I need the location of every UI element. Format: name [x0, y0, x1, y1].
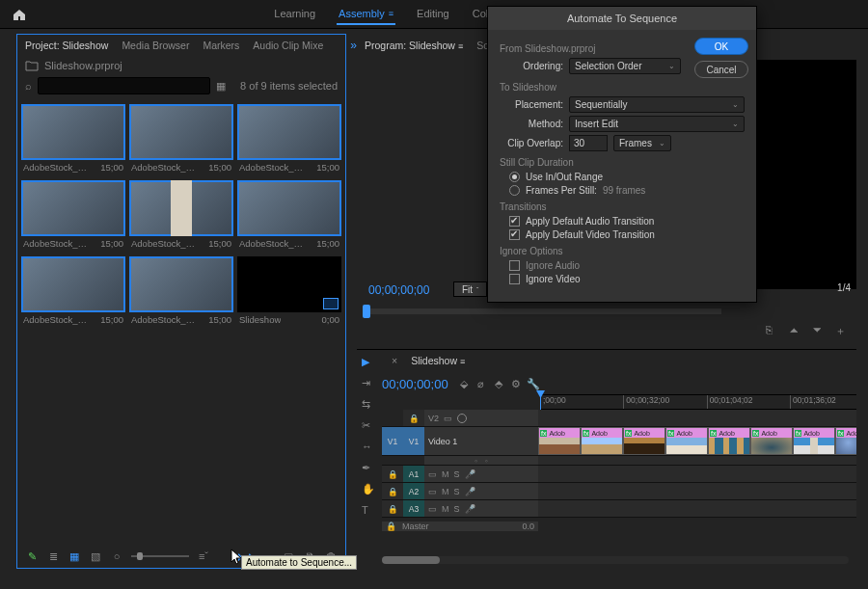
timeline-timecode[interactable]: 00;00;00;00: [382, 377, 448, 391]
project-item[interactable]: AdobeStock_225485... 15;00: [129, 104, 233, 176]
placement-dropdown[interactable]: Sequentially⌄: [569, 96, 745, 113]
clip-thumbnail[interactable]: [21, 180, 125, 236]
ordering-dropdown[interactable]: Selection Order⌄: [569, 58, 681, 74]
lift-icon[interactable]: ⏶: [789, 324, 804, 337]
overlap-unit-dropdown[interactable]: Frames⌄: [613, 135, 671, 151]
timeline-clip[interactable]: fxAdob: [750, 427, 793, 455]
workspace-learning[interactable]: Learning: [272, 4, 317, 25]
v1-target-patch[interactable]: V1: [403, 427, 424, 455]
settings-icon[interactable]: ⚙: [510, 378, 522, 389]
clip-thumbnail[interactable]: [129, 256, 233, 312]
track-select-tool-icon[interactable]: ⇥: [362, 377, 375, 390]
ignore-video-checkbox[interactable]: [509, 274, 520, 284]
voice-over-icon[interactable]: 🎤: [465, 469, 475, 479]
project-search-input[interactable]: [38, 77, 210, 94]
timeline-hscroll[interactable]: [382, 556, 849, 564]
linked-selection-icon[interactable]: ⌀: [475, 378, 487, 389]
frames-per-still-radio[interactable]: [509, 185, 520, 196]
a1-lane[interactable]: [538, 466, 856, 482]
razor-tool-icon[interactable]: ✂: [362, 419, 375, 433]
workspace-assembly[interactable]: Assembly≡: [337, 4, 395, 25]
write-enable-icon[interactable]: ✎: [25, 549, 39, 563]
snap-icon[interactable]: ⬙: [458, 378, 470, 389]
project-item[interactable]: AdobeStock_234356... 15;00: [21, 104, 125, 176]
project-item[interactable]: Slideshow 0;00: [237, 256, 341, 329]
sort-icon[interactable]: ≡ˇ: [197, 549, 210, 563]
pen-tool-icon[interactable]: ✒: [362, 462, 375, 475]
button-editor-icon[interactable]: ＋: [835, 324, 851, 337]
project-item[interactable]: AdobeStock_327573... 15;00: [237, 104, 341, 176]
project-item[interactable]: AdobeStock_306745... 15;00: [21, 180, 125, 253]
a3-target-patch[interactable]: A3: [403, 500, 424, 517]
program-timecode[interactable]: 00;00;00;00: [368, 283, 429, 297]
home-icon[interactable]: [12, 7, 27, 22]
clip-thumbnail[interactable]: [237, 180, 341, 236]
a2-lane[interactable]: [538, 483, 856, 499]
filter-bin-icon[interactable]: ▦: [216, 80, 226, 93]
v1-source-patch[interactable]: V1: [382, 427, 403, 455]
marker-icon[interactable]: ⬘: [493, 378, 504, 389]
slip-tool-icon[interactable]: ↔: [362, 441, 375, 454]
project-item[interactable]: AdobeStock_138362... 15;00: [21, 256, 125, 329]
type-tool-icon[interactable]: T: [362, 504, 375, 518]
tab-markers[interactable]: Markers: [203, 40, 239, 51]
timeline-clip[interactable]: fxAdob: [708, 427, 750, 455]
timeline-clip[interactable]: fxAdob: [623, 427, 665, 455]
clip-thumbnail[interactable]: [237, 104, 341, 160]
project-item[interactable]: AdobeStock_287251... 15;00: [237, 180, 341, 253]
project-item[interactable]: AdobeStock_320408... 15;00: [129, 180, 233, 253]
track-output-icon[interactable]: ▭: [428, 469, 437, 479]
freeform-view-icon[interactable]: ▧: [89, 549, 102, 563]
clip-overlap-input[interactable]: [569, 135, 608, 151]
timeline-clip[interactable]: fxAdob: [581, 427, 623, 455]
clip-thumbnail[interactable]: [129, 104, 233, 160]
ripple-tool-icon[interactable]: ⇆: [362, 398, 375, 412]
cancel-button[interactable]: Cancel: [694, 61, 748, 78]
use-inout-radio[interactable]: [509, 172, 520, 182]
a2-target-patch[interactable]: A2: [403, 483, 424, 499]
list-view-icon[interactable]: ≣: [46, 549, 60, 563]
a3-lane[interactable]: [538, 500, 856, 517]
a1-source-patch[interactable]: 🔒: [382, 466, 403, 482]
thumbnail-zoom-slider[interactable]: [131, 555, 189, 557]
placement-label: Placement:: [500, 99, 563, 110]
export-frame-icon[interactable]: ⎘: [766, 324, 781, 337]
timeline-clip[interactable]: fxAdob: [835, 427, 856, 455]
project-item[interactable]: AdobeStock_182518... 15;00: [129, 256, 233, 329]
hand-tool-icon[interactable]: ✋: [362, 483, 375, 496]
tab-sequence[interactable]: Slideshow ≡: [411, 355, 465, 366]
v2-target-patch[interactable]: 🔒: [403, 410, 424, 426]
time-ruler[interactable]: ;00;0000;00;32;0000;01;04;0200;01;36;02: [540, 394, 856, 410]
v2-source-patch[interactable]: [382, 410, 403, 426]
tab-program[interactable]: Program: Slideshow ≡: [365, 40, 463, 51]
extract-icon[interactable]: ⏷: [812, 324, 827, 337]
default-video-transition-checkbox[interactable]: [509, 229, 520, 240]
program-scrub-bar[interactable]: [363, 308, 721, 314]
workspace-menu-icon[interactable]: ≡: [389, 9, 393, 18]
tab-audio-clip-mixer[interactable]: Audio Clip Mixe: [253, 40, 323, 51]
default-audio-transition-checkbox[interactable]: [509, 216, 520, 227]
track-output-icon[interactable]: ▭: [444, 414, 452, 423]
clip-thumbnail[interactable]: [21, 104, 125, 160]
timeline-clip[interactable]: fxAdob: [538, 427, 581, 455]
icon-view-icon[interactable]: ▦: [68, 549, 81, 563]
clip-thumbnail[interactable]: [237, 256, 341, 312]
panel-expand-icon[interactable]: »: [350, 39, 357, 52]
selection-tool-icon[interactable]: ▶: [362, 356, 375, 369]
v1-lane[interactable]: fxAdobfxAdobfxAdobfxAdobfxAdobfxAdobfxAd…: [538, 427, 856, 455]
method-dropdown[interactable]: Insert Edit⌄: [569, 116, 745, 132]
timeline-clip[interactable]: fxAdob: [793, 427, 835, 455]
tab-media-browser[interactable]: Media Browser: [122, 40, 189, 51]
tab-project[interactable]: Project: Slideshow: [25, 40, 108, 51]
clip-thumbnail[interactable]: [129, 180, 233, 236]
timeline-clip[interactable]: fxAdob: [665, 427, 708, 455]
clip-thumbnail[interactable]: [21, 256, 125, 312]
zoom-out-icon[interactable]: ○: [110, 549, 123, 563]
a1-target-patch[interactable]: A1: [403, 466, 424, 482]
wrench-icon[interactable]: 🔧: [528, 378, 539, 389]
ok-button[interactable]: OK: [694, 38, 748, 55]
v2-lane[interactable]: [538, 410, 856, 426]
workspace-editing[interactable]: Editing: [415, 4, 451, 25]
zoom-fit-dropdown[interactable]: Fitˇ: [453, 281, 487, 297]
eye-icon[interactable]: [457, 414, 467, 423]
